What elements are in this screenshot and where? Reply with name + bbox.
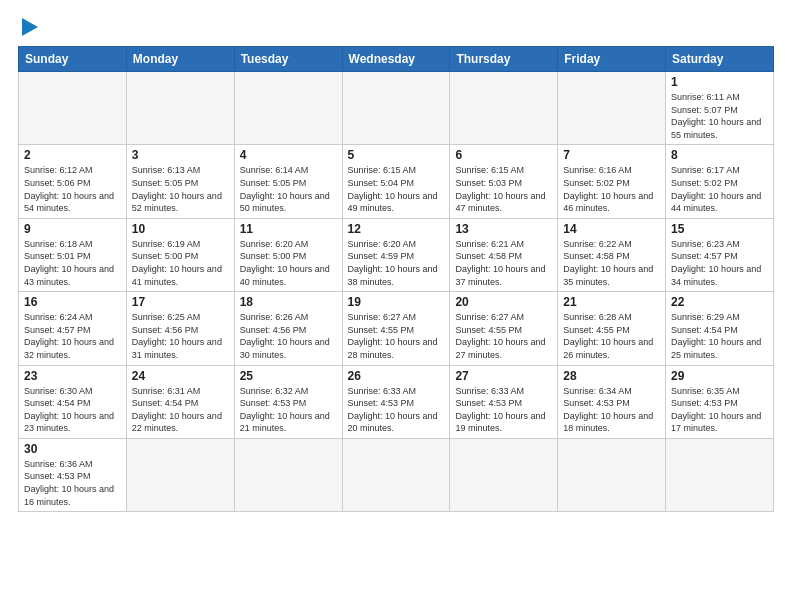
logo-triangle-icon [22, 18, 38, 36]
day-info: Sunrise: 6:21 AM Sunset: 4:58 PM Dayligh… [455, 238, 552, 288]
day-number: 5 [348, 148, 445, 162]
day-number: 6 [455, 148, 552, 162]
day-number: 3 [132, 148, 229, 162]
day-number: 16 [24, 295, 121, 309]
calendar-cell [19, 72, 127, 145]
day-info: Sunrise: 6:27 AM Sunset: 4:55 PM Dayligh… [348, 311, 445, 361]
day-info: Sunrise: 6:33 AM Sunset: 4:53 PM Dayligh… [455, 385, 552, 435]
calendar-cell: 1Sunrise: 6:11 AM Sunset: 5:07 PM Daylig… [666, 72, 774, 145]
day-info: Sunrise: 6:19 AM Sunset: 5:00 PM Dayligh… [132, 238, 229, 288]
calendar-cell: 2Sunrise: 6:12 AM Sunset: 5:06 PM Daylig… [19, 145, 127, 218]
day-info: Sunrise: 6:22 AM Sunset: 4:58 PM Dayligh… [563, 238, 660, 288]
day-number: 26 [348, 369, 445, 383]
day-info: Sunrise: 6:23 AM Sunset: 4:57 PM Dayligh… [671, 238, 768, 288]
day-info: Sunrise: 6:30 AM Sunset: 4:54 PM Dayligh… [24, 385, 121, 435]
logo [18, 18, 38, 36]
calendar-cell [558, 438, 666, 511]
day-info: Sunrise: 6:15 AM Sunset: 5:03 PM Dayligh… [455, 164, 552, 214]
calendar-cell [450, 72, 558, 145]
calendar-table: SundayMondayTuesdayWednesdayThursdayFrid… [18, 46, 774, 512]
day-info: Sunrise: 6:36 AM Sunset: 4:53 PM Dayligh… [24, 458, 121, 508]
day-info: Sunrise: 6:12 AM Sunset: 5:06 PM Dayligh… [24, 164, 121, 214]
day-info: Sunrise: 6:25 AM Sunset: 4:56 PM Dayligh… [132, 311, 229, 361]
calendar-cell: 14Sunrise: 6:22 AM Sunset: 4:58 PM Dayli… [558, 218, 666, 291]
calendar-cell: 13Sunrise: 6:21 AM Sunset: 4:58 PM Dayli… [450, 218, 558, 291]
day-info: Sunrise: 6:31 AM Sunset: 4:54 PM Dayligh… [132, 385, 229, 435]
weekday-header-saturday: Saturday [666, 47, 774, 72]
day-number: 4 [240, 148, 337, 162]
calendar-cell: 24Sunrise: 6:31 AM Sunset: 4:54 PM Dayli… [126, 365, 234, 438]
calendar-cell: 20Sunrise: 6:27 AM Sunset: 4:55 PM Dayli… [450, 292, 558, 365]
calendar-cell: 22Sunrise: 6:29 AM Sunset: 4:54 PM Dayli… [666, 292, 774, 365]
day-info: Sunrise: 6:29 AM Sunset: 4:54 PM Dayligh… [671, 311, 768, 361]
day-number: 21 [563, 295, 660, 309]
day-info: Sunrise: 6:16 AM Sunset: 5:02 PM Dayligh… [563, 164, 660, 214]
day-info: Sunrise: 6:32 AM Sunset: 4:53 PM Dayligh… [240, 385, 337, 435]
page: SundayMondayTuesdayWednesdayThursdayFrid… [0, 0, 792, 612]
day-number: 11 [240, 222, 337, 236]
week-row-3: 9Sunrise: 6:18 AM Sunset: 5:01 PM Daylig… [19, 218, 774, 291]
day-number: 2 [24, 148, 121, 162]
calendar-cell: 16Sunrise: 6:24 AM Sunset: 4:57 PM Dayli… [19, 292, 127, 365]
calendar-cell: 10Sunrise: 6:19 AM Sunset: 5:00 PM Dayli… [126, 218, 234, 291]
week-row-2: 2Sunrise: 6:12 AM Sunset: 5:06 PM Daylig… [19, 145, 774, 218]
calendar-cell: 21Sunrise: 6:28 AM Sunset: 4:55 PM Dayli… [558, 292, 666, 365]
day-number: 27 [455, 369, 552, 383]
weekday-header-monday: Monday [126, 47, 234, 72]
day-info: Sunrise: 6:20 AM Sunset: 5:00 PM Dayligh… [240, 238, 337, 288]
calendar-cell: 7Sunrise: 6:16 AM Sunset: 5:02 PM Daylig… [558, 145, 666, 218]
weekday-header-sunday: Sunday [19, 47, 127, 72]
weekday-header-thursday: Thursday [450, 47, 558, 72]
day-info: Sunrise: 6:34 AM Sunset: 4:53 PM Dayligh… [563, 385, 660, 435]
day-number: 30 [24, 442, 121, 456]
day-number: 18 [240, 295, 337, 309]
calendar-cell: 8Sunrise: 6:17 AM Sunset: 5:02 PM Daylig… [666, 145, 774, 218]
calendar-cell [234, 438, 342, 511]
header [18, 18, 774, 36]
day-info: Sunrise: 6:13 AM Sunset: 5:05 PM Dayligh… [132, 164, 229, 214]
day-info: Sunrise: 6:17 AM Sunset: 5:02 PM Dayligh… [671, 164, 768, 214]
week-row-6: 30Sunrise: 6:36 AM Sunset: 4:53 PM Dayli… [19, 438, 774, 511]
day-info: Sunrise: 6:26 AM Sunset: 4:56 PM Dayligh… [240, 311, 337, 361]
day-number: 14 [563, 222, 660, 236]
day-number: 17 [132, 295, 229, 309]
day-info: Sunrise: 6:27 AM Sunset: 4:55 PM Dayligh… [455, 311, 552, 361]
day-number: 25 [240, 369, 337, 383]
day-number: 1 [671, 75, 768, 89]
calendar-cell: 4Sunrise: 6:14 AM Sunset: 5:05 PM Daylig… [234, 145, 342, 218]
day-number: 15 [671, 222, 768, 236]
day-number: 9 [24, 222, 121, 236]
calendar-cell [126, 72, 234, 145]
day-number: 23 [24, 369, 121, 383]
calendar-cell [558, 72, 666, 145]
calendar-cell [342, 72, 450, 145]
day-info: Sunrise: 6:18 AM Sunset: 5:01 PM Dayligh… [24, 238, 121, 288]
calendar-cell: 28Sunrise: 6:34 AM Sunset: 4:53 PM Dayli… [558, 365, 666, 438]
week-row-4: 16Sunrise: 6:24 AM Sunset: 4:57 PM Dayli… [19, 292, 774, 365]
day-number: 28 [563, 369, 660, 383]
calendar-cell [450, 438, 558, 511]
calendar-cell: 17Sunrise: 6:25 AM Sunset: 4:56 PM Dayli… [126, 292, 234, 365]
day-info: Sunrise: 6:24 AM Sunset: 4:57 PM Dayligh… [24, 311, 121, 361]
day-info: Sunrise: 6:14 AM Sunset: 5:05 PM Dayligh… [240, 164, 337, 214]
calendar-cell: 27Sunrise: 6:33 AM Sunset: 4:53 PM Dayli… [450, 365, 558, 438]
calendar-cell: 26Sunrise: 6:33 AM Sunset: 4:53 PM Dayli… [342, 365, 450, 438]
weekday-header-friday: Friday [558, 47, 666, 72]
calendar-cell: 25Sunrise: 6:32 AM Sunset: 4:53 PM Dayli… [234, 365, 342, 438]
day-info: Sunrise: 6:11 AM Sunset: 5:07 PM Dayligh… [671, 91, 768, 141]
day-number: 10 [132, 222, 229, 236]
weekday-header-row: SundayMondayTuesdayWednesdayThursdayFrid… [19, 47, 774, 72]
calendar-cell: 9Sunrise: 6:18 AM Sunset: 5:01 PM Daylig… [19, 218, 127, 291]
week-row-5: 23Sunrise: 6:30 AM Sunset: 4:54 PM Dayli… [19, 365, 774, 438]
day-number: 12 [348, 222, 445, 236]
weekday-header-tuesday: Tuesday [234, 47, 342, 72]
day-info: Sunrise: 6:20 AM Sunset: 4:59 PM Dayligh… [348, 238, 445, 288]
calendar-cell: 23Sunrise: 6:30 AM Sunset: 4:54 PM Dayli… [19, 365, 127, 438]
day-number: 29 [671, 369, 768, 383]
day-number: 22 [671, 295, 768, 309]
calendar-cell: 19Sunrise: 6:27 AM Sunset: 4:55 PM Dayli… [342, 292, 450, 365]
calendar-cell [126, 438, 234, 511]
day-number: 19 [348, 295, 445, 309]
calendar-cell: 15Sunrise: 6:23 AM Sunset: 4:57 PM Dayli… [666, 218, 774, 291]
calendar-cell: 3Sunrise: 6:13 AM Sunset: 5:05 PM Daylig… [126, 145, 234, 218]
